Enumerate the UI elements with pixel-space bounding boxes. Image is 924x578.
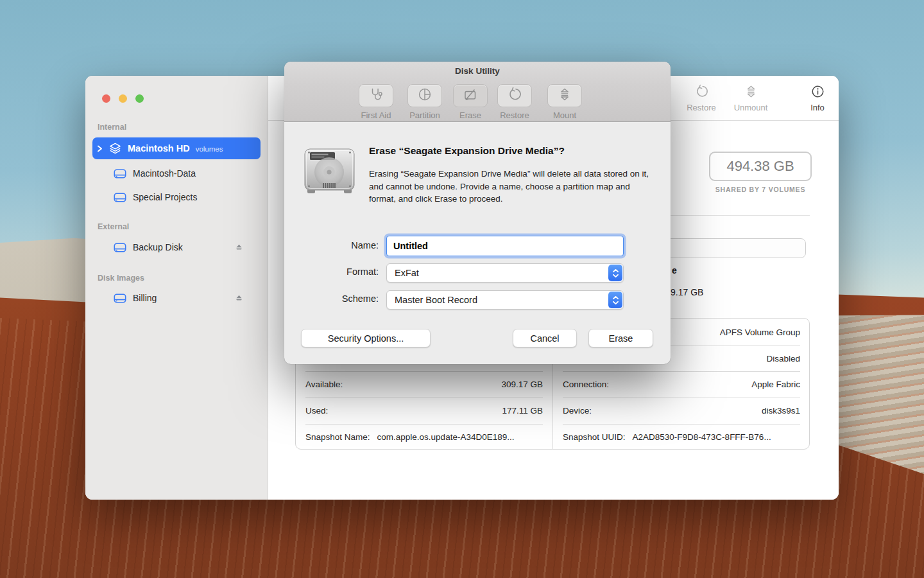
sidebar-item-label: Backup Disk	[133, 242, 183, 252]
unmount-icon	[725, 83, 776, 100]
dialog-content: Erase “Seagate Expansion Drive Media”? E…	[284, 122, 671, 364]
volume-icon	[114, 169, 127, 179]
toolbar-erase-button[interactable]: Erase	[445, 84, 496, 120]
sidebar-item-billing[interactable]: Billing	[92, 287, 261, 309]
table-row-snapshot-uuid: Snapshot UUID: A2AD8530-F9D8-473C-8FFF-B…	[553, 424, 810, 450]
table-row-available: Available: 309.17 GB	[296, 371, 552, 398]
dialog-heading: Erase “Seagate Expansion Drive Media”?	[369, 145, 658, 157]
restore-icon	[507, 87, 522, 105]
sidebar-item-macintosh-data[interactable]: Macintosh-Data	[92, 162, 261, 184]
sidebar-item-macintosh-hd[interactable]: Macintosh HD volumes	[92, 137, 261, 159]
toolbar-first-aid-button[interactable]: First Aid	[350, 84, 402, 120]
disclosure-chevron-icon[interactable]	[97, 145, 106, 152]
security-options-button[interactable]: Security Options...	[301, 329, 431, 347]
erase-dialog-window: Disk Utility First Aid Partition	[284, 62, 671, 364]
close-button[interactable]	[102, 94, 110, 103]
toolbar-mount-button[interactable]: Mount	[539, 84, 590, 120]
sidebar-section-internal: Internal	[98, 123, 126, 132]
toolbar-restore-button[interactable]: Restore	[676, 83, 727, 112]
toolbar-partition-button[interactable]: Partition	[399, 84, 450, 120]
scheme-label: Scheme:	[297, 293, 379, 304]
format-popup[interactable]: ExFat	[386, 263, 624, 283]
capacity-caption: SHARED BY 7 VOLUMES	[696, 186, 825, 193]
stepper-icon	[608, 265, 622, 281]
sidebar-item-backup-disk[interactable]: Backup Disk	[92, 236, 261, 258]
eject-button[interactable]	[234, 243, 244, 252]
sidebar: Internal Macintosh HD volumes	[85, 76, 268, 500]
cancel-button[interactable]: Cancel	[513, 329, 577, 347]
table-row-used: Used: 177.11 GB	[296, 398, 552, 424]
volume-stack-icon	[108, 142, 122, 155]
capacity-value: 494.38 GB	[709, 152, 812, 181]
scheme-popup[interactable]: Master Boot Record	[386, 290, 624, 310]
format-label: Format:	[297, 267, 379, 277]
table-row-connection: Connection: Apple Fabric	[553, 371, 810, 398]
info-icon	[792, 83, 839, 100]
minimize-button[interactable]	[119, 94, 127, 103]
toolbar-restore-button[interactable]: Restore	[489, 84, 540, 120]
table-row-snapshot-name: Snapshot Name: com.apple.os.update-A34D0…	[296, 424, 552, 450]
mount-icon	[557, 87, 572, 105]
sidebar-item-label: Billing	[133, 293, 157, 303]
name-label: Name:	[297, 240, 379, 250]
usage-legend-label-partial: e	[672, 265, 677, 276]
erase-icon	[463, 87, 478, 105]
erase-button[interactable]: Erase	[588, 329, 653, 347]
partition-icon	[417, 87, 432, 105]
stepper-icon	[608, 292, 622, 308]
dialog-title: Disk Utility	[284, 62, 671, 80]
usage-legend-value-partial: 9.17 GB	[671, 287, 703, 297]
sidebar-section-disk-images: Disk Images	[98, 274, 144, 283]
sidebar-section-external: External	[98, 222, 129, 231]
zoom-button[interactable]	[135, 94, 144, 103]
dialog-titlebar[interactable]: Disk Utility First Aid Partition	[284, 62, 671, 122]
table-row-device: Device: disk3s9s1	[553, 398, 810, 424]
volume-icon	[114, 193, 127, 202]
sidebar-item-badge: volumes	[196, 144, 223, 153]
sidebar-item-label: Macintosh-Data	[133, 168, 196, 179]
eject-button[interactable]	[234, 293, 244, 303]
desktop: Internal Macintosh HD volumes	[0, 0, 924, 578]
hard-disk-icon	[302, 143, 358, 202]
restore-icon	[676, 83, 727, 100]
sidebar-item-label: Macintosh HD	[128, 143, 190, 153]
volume-icon	[114, 243, 127, 252]
first-aid-icon	[368, 87, 384, 105]
volume-icon	[114, 293, 127, 303]
sidebar-item-label: Special Projects	[133, 192, 197, 202]
sidebar-item-special-projects[interactable]: Special Projects	[92, 186, 261, 208]
name-input[interactable]	[386, 236, 624, 256]
toolbar-unmount-button[interactable]: Unmount	[725, 83, 776, 112]
toolbar-info-button[interactable]: Info	[792, 83, 839, 112]
dialog-message: Erasing “Seagate Expansion Drive Media” …	[369, 168, 650, 206]
